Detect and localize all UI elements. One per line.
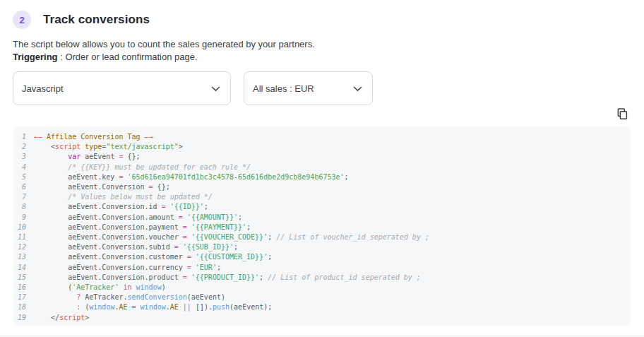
line-number: 16	[13, 283, 26, 292]
code-text: aeEvent.key = '65d616ea94701fd1bc3c4578-…	[26, 172, 349, 182]
code-text: var aeEvent = {};	[26, 152, 141, 162]
line-number: 14	[13, 263, 26, 273]
intro-block: The script below allows you to count the…	[13, 38, 631, 64]
line-number: 18	[13, 302, 26, 312]
code-text: aeEvent.Conversion.amount = '{{AMOUNT}}'…	[26, 213, 242, 223]
code-line: 1←— Affilae Conversion Tag —→	[13, 132, 624, 142]
code-line: 12 aeEvent.Conversion.subid = '{{SUB_ID}…	[13, 242, 624, 252]
code-text: aeEvent.Conversion.payment = '{{PAYMENT}…	[26, 223, 251, 232]
code-text: aeEvent.Conversion.subid = '{{SUB_ID}}';	[26, 242, 238, 252]
copy-button[interactable]	[614, 107, 630, 122]
code-text: aeEvent.Conversion.id = '{{ID}}';	[26, 202, 208, 212]
code-line: 8 aeEvent.Conversion.id = '{{ID}}';	[13, 202, 624, 212]
line-number: 2	[13, 142, 26, 152]
code-text: aeEvent.Conversion.currency = 'EUR';	[26, 263, 221, 273]
language-select-value: Javascript	[22, 83, 211, 94]
code-text: aeEvent.Conversion.customer = '{{CUSTOME…	[26, 252, 272, 262]
code-line: 16 ('AeTracker' in window)	[13, 283, 624, 292]
code-line: 11 aeEvent.Conversion.voucher = '{{VOUCH…	[13, 232, 624, 242]
code-line: 4 /* {{KEY}} must be updated for each ru…	[13, 162, 624, 172]
code-text: </script>	[26, 313, 89, 323]
triggering-line: Triggering : Order or lead confirmation …	[13, 51, 631, 64]
code-line: 5 aeEvent.key = '65d616ea94701fd1bc3c457…	[13, 172, 624, 182]
code-line: 19 </script>	[13, 313, 624, 323]
line-number: 4	[13, 162, 26, 172]
description-text: The script below allows you to count the…	[13, 38, 631, 51]
code-text: /* {{KEY}} must be updated for each rule…	[26, 162, 251, 172]
line-number: 1	[13, 132, 26, 142]
code-text: : (window.AE = window.AE || []).push(aeE…	[26, 302, 272, 312]
line-number: 5	[13, 172, 26, 182]
code-text: <script type="text/javascript">	[26, 142, 183, 152]
step-number-badge: 2	[13, 11, 31, 29]
code-line: 7 /* Values below must be updated */	[13, 192, 624, 202]
code-text: ? AeTracker.sendConversion(aeEvent)	[26, 292, 225, 302]
code-line: 10 aeEvent.Conversion.payment = '{{PAYME…	[13, 223, 624, 232]
chevron-down-icon	[211, 83, 220, 94]
code-line: 6 aeEvent.Conversion = {};	[13, 182, 624, 192]
code-line: 9 aeEvent.Conversion.amount = '{{AMOUNT}…	[13, 213, 624, 223]
sales-select-value: All sales : EUR	[253, 83, 353, 94]
code-line: 13 aeEvent.Conversion.customer = '{{CUST…	[13, 252, 624, 262]
code-text: aeEvent.Conversion.voucher = '{{VOUCHER_…	[26, 232, 429, 242]
line-number: 3	[13, 152, 26, 162]
code-block: 1←— Affilae Conversion Tag —→2 <script t…	[13, 126, 631, 326]
line-number: 8	[13, 202, 26, 212]
code-line: 18 : (window.AE = window.AE || []).push(…	[13, 302, 624, 312]
page-title: Track conversions	[43, 13, 150, 27]
triggering-text: : Order or lead confirmation page.	[58, 52, 198, 62]
code-toolbar	[13, 106, 631, 123]
code-text: /* Values below must be updated */	[26, 192, 213, 202]
line-number: 10	[13, 223, 26, 232]
copy-icon	[616, 107, 628, 122]
code-text: ('AeTracker' in window)	[26, 283, 166, 292]
line-number: 6	[13, 182, 26, 192]
code-line: 3 var aeEvent = {};	[13, 152, 624, 162]
line-number: 19	[13, 313, 26, 323]
code-text: ←— Affilae Conversion Tag —→	[26, 132, 153, 142]
page-root: 2 Track conversions The script below all…	[0, 0, 644, 326]
code-text: aeEvent.Conversion.product = '{{PRODUCT_…	[26, 273, 421, 283]
line-number: 9	[13, 213, 26, 223]
triggering-label: Triggering	[13, 52, 58, 62]
sales-select[interactable]: All sales : EUR	[244, 71, 373, 105]
filter-row: Javascript All sales : EUR	[13, 71, 631, 105]
line-number: 7	[13, 192, 26, 202]
line-number: 12	[13, 242, 26, 252]
code-line: 2 <script type="text/javascript">	[13, 142, 624, 152]
code-line: 15 aeEvent.Conversion.product = '{{PRODU…	[13, 273, 624, 283]
bottom-divider	[0, 336, 644, 336]
code-line: 17 ? AeTracker.sendConversion(aeEvent)	[13, 292, 624, 302]
language-select[interactable]: Javascript	[13, 71, 231, 105]
code-text: aeEvent.Conversion = {};	[26, 182, 170, 192]
code-line: 14 aeEvent.Conversion.currency = 'EUR';	[13, 263, 624, 273]
line-number: 15	[13, 273, 26, 283]
line-number: 13	[13, 252, 26, 262]
step-header: 2 Track conversions	[13, 0, 631, 29]
line-number: 11	[13, 232, 26, 242]
line-number: 17	[13, 292, 26, 302]
chevron-down-icon	[353, 83, 362, 94]
code-lines: 1←— Affilae Conversion Tag —→2 <script t…	[13, 132, 624, 323]
